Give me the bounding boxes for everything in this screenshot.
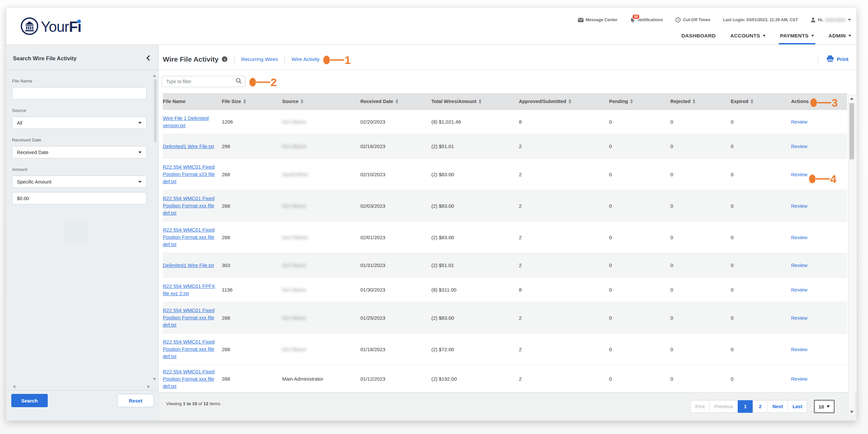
- marker-line: [817, 102, 831, 103]
- table-row: Delimited1 Wire File.txt298Kim Moore02/1…: [163, 134, 847, 159]
- recurring-wires-link[interactable]: Recurring Wires: [241, 56, 278, 62]
- review-link[interactable]: Review: [791, 119, 807, 125]
- sort-icon[interactable]: [630, 99, 633, 104]
- file-size-cell: 288: [222, 315, 230, 321]
- sort-icon[interactable]: [751, 99, 753, 104]
- file-name-link[interactable]: R22 554 WMC01 FPFX file xyz 2.txt: [163, 282, 222, 297]
- scroll-left-icon[interactable]: [13, 385, 15, 388]
- scroll-down-icon[interactable]: [850, 411, 854, 413]
- sort-icon[interactable]: [692, 99, 695, 104]
- file-name-link[interactable]: R22 554 WMC01 Fixed Position Format xxx …: [163, 226, 222, 248]
- column-header-expired[interactable]: Expired: [731, 99, 791, 104]
- cutoff-times-button[interactable]: Cut-Off Times: [675, 17, 710, 23]
- column-header-source[interactable]: Source: [282, 99, 361, 104]
- review-link[interactable]: Review: [791, 235, 807, 240]
- sidebar-scrollbar-thumb[interactable]: [154, 79, 157, 142]
- sidebar-title: Search Wire File Activity: [13, 55, 76, 62]
- filter-input[interactable]: [162, 79, 236, 84]
- review-link[interactable]: Review: [791, 376, 807, 382]
- column-header-received-date[interactable]: Received Date: [361, 99, 431, 104]
- sidebar-scroll-down-icon[interactable]: [153, 378, 156, 380]
- nav-item-payments[interactable]: PAYMENTS: [780, 27, 814, 44]
- source-select[interactable]: All: [12, 116, 147, 129]
- amount-type-select[interactable]: Specific Amount: [12, 176, 147, 188]
- file-size-cell: 288: [222, 376, 230, 382]
- approved-submitted-cell: 2: [519, 203, 522, 209]
- file-name-link[interactable]: R22 554 WMC01 Fixed Position Format xxx …: [163, 307, 222, 329]
- print-button[interactable]: Print: [827, 52, 848, 67]
- info-icon[interactable]: i: [222, 56, 227, 62]
- page-button-previous[interactable]: Previous: [709, 400, 738, 413]
- page: Message Center 55 Notifications Cut-Off …: [0, 0, 868, 434]
- nav-item-accounts[interactable]: ACCOUNTS: [731, 27, 766, 44]
- file-name-link[interactable]: Delimited1 Wire File.txt: [163, 143, 219, 150]
- page-button-last[interactable]: Last: [787, 400, 807, 413]
- review-link[interactable]: Review: [791, 287, 807, 293]
- column-header-total-wires-amount[interactable]: Total Wires/Amount: [431, 99, 519, 104]
- file-name-link[interactable]: Wire File 1 Delimited version.txt: [163, 114, 222, 129]
- wire-activity-link[interactable]: Wire Activity: [291, 56, 319, 62]
- file-name-link[interactable]: R22 554 WMC01 Fixed Position Format xxx …: [163, 195, 222, 217]
- rejected-cell: 0: [671, 143, 673, 149]
- page-button-1[interactable]: 1: [738, 400, 753, 413]
- search-button[interactable]: Search: [11, 394, 48, 407]
- review-link[interactable]: Review: [791, 346, 807, 352]
- expired-cell: 0: [731, 346, 734, 352]
- nav-item-admin[interactable]: ADMIN: [829, 27, 851, 44]
- amount-input[interactable]: [12, 192, 147, 204]
- page-button-first[interactable]: First: [690, 400, 710, 413]
- scrollbar-thumb[interactable]: [849, 103, 854, 159]
- file-name-link[interactable]: R22 554 WMC01 Fixed Position Format xxx …: [163, 338, 222, 360]
- sort-icon[interactable]: [396, 99, 398, 104]
- column-header-file-size[interactable]: File Size: [222, 99, 282, 104]
- review-link[interactable]: Review: [791, 262, 807, 268]
- page-button-2[interactable]: 2: [753, 400, 768, 413]
- column-label: Approved/Submitted: [519, 99, 566, 104]
- pending-cell: 0: [609, 315, 612, 321]
- pending-cell: 0: [609, 143, 612, 149]
- received-date-select[interactable]: Received Date: [12, 146, 147, 158]
- sort-icon[interactable]: [243, 99, 246, 104]
- review-link[interactable]: Review: [791, 203, 807, 209]
- notifications-button[interactable]: 55 Notifications: [630, 17, 663, 23]
- sort-icon[interactable]: [479, 99, 482, 104]
- pagination: FirstPrevious12NextLast10: [691, 400, 835, 413]
- page-button-next[interactable]: Next: [768, 400, 788, 413]
- file-name-link[interactable]: R22 554 WMC01 Fixed Position Format x23 …: [163, 163, 222, 185]
- approved-submitted-cell: 2: [519, 315, 522, 321]
- sidebar-scroll-up-icon[interactable]: [153, 74, 156, 77]
- search-icon[interactable]: [236, 78, 242, 85]
- sort-icon[interactable]: [568, 99, 571, 104]
- scroll-up-icon[interactable]: [850, 97, 854, 100]
- file-name-link[interactable]: R22 554 WMC01 Fixed Position Format xxx …: [163, 368, 222, 390]
- page-size-select[interactable]: 10: [814, 400, 835, 413]
- file-name-input[interactable]: [12, 87, 147, 99]
- column-header-rejected[interactable]: Rejected: [671, 99, 731, 104]
- sidebar-horizontal-scrollbar[interactable]: [11, 384, 152, 389]
- column-header-pending[interactable]: Pending: [609, 99, 671, 104]
- reset-button[interactable]: Reset: [117, 394, 154, 407]
- approved-submitted-cell: 2: [519, 346, 522, 352]
- approved-submitted-cell: 8: [519, 287, 522, 293]
- nav-item-dashboard[interactable]: DASHBOARD: [681, 27, 715, 44]
- review-link[interactable]: Review: [791, 143, 807, 149]
- file-name-link[interactable]: Delimited1 Wire File.txt: [163, 262, 219, 269]
- table-scrollbar[interactable]: [848, 95, 856, 416]
- divider: [159, 70, 857, 70]
- review-link[interactable]: Review: [791, 315, 807, 321]
- user-menu[interactable]: Hi, Username: [811, 17, 851, 23]
- sidebar-ghost-square: [64, 220, 88, 241]
- approved-submitted-cell: 2: [519, 262, 522, 268]
- sort-icon[interactable]: [301, 99, 303, 104]
- collapse-sidebar-icon[interactable]: [147, 55, 152, 61]
- review-link[interactable]: Review: [791, 172, 807, 177]
- approved-submitted-cell: 2: [519, 172, 522, 177]
- brand-logo[interactable]: YourFi: [20, 16, 81, 37]
- marker-dot: [809, 175, 816, 183]
- pending-cell: 0: [609, 376, 612, 382]
- rejected-cell: 0: [671, 172, 673, 177]
- message-center-button[interactable]: Message Center: [578, 18, 618, 22]
- scroll-right-icon[interactable]: [148, 385, 150, 388]
- column-header-approved-submitted[interactable]: Approved/Submitted: [519, 99, 609, 104]
- table-filter: [162, 76, 245, 87]
